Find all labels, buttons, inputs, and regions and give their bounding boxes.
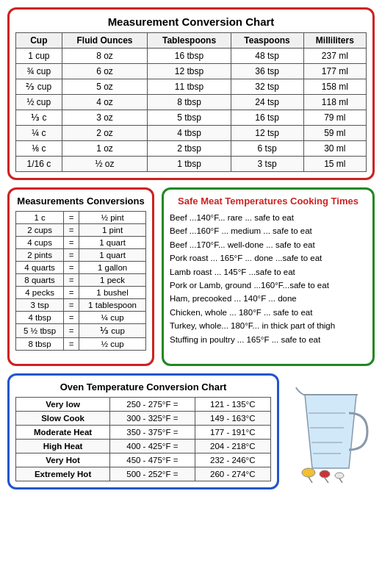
table-cell: 30 ml bbox=[303, 141, 366, 157]
oven-cell: 400 - 425°F = bbox=[110, 440, 195, 453]
conv-cell: 1 quart bbox=[79, 237, 146, 249]
conv-cell: = bbox=[64, 224, 79, 237]
conv-row: 2 pints=1 quart bbox=[16, 249, 146, 262]
oven-cell: 204 - 218°C bbox=[195, 440, 270, 453]
table-cell: 1/16 c bbox=[16, 157, 62, 172]
svg-point-5 bbox=[302, 468, 315, 477]
oven-cell: 450 - 475°F = bbox=[110, 453, 195, 467]
table-cell: 36 tsp bbox=[231, 64, 303, 79]
table-cell: 6 tsp bbox=[231, 141, 303, 157]
bottom-row: Oven Temperature Conversion Chart Very l… bbox=[7, 373, 375, 490]
conv-cell: 1 c bbox=[16, 212, 64, 224]
cup-illustration bbox=[290, 380, 371, 483]
conv-cell: = bbox=[64, 249, 79, 262]
table-cell: ¼ c bbox=[16, 126, 62, 141]
conv-cell: 2 pints bbox=[16, 249, 64, 262]
table-cell: 12 tsp bbox=[231, 126, 303, 141]
table-row: ½ cup4 oz8 tbsp24 tsp118 ml bbox=[16, 95, 367, 110]
middle-left-card: Measurements Conversions 1 c=½ pint2 cup… bbox=[7, 187, 154, 366]
table-row: ¼ c2 oz4 tbsp12 tsp59 ml bbox=[16, 126, 367, 141]
oven-table: Very low250 - 275°F =121 - 135°CSlow Coo… bbox=[15, 397, 271, 481]
table-cell: 32 tsp bbox=[231, 79, 303, 95]
conv-cell: ½ cup bbox=[79, 338, 146, 351]
conv-cell: = bbox=[64, 237, 79, 249]
table-cell: ⅔ cup bbox=[16, 79, 62, 95]
safe-meat-line: Pork or Lamb, ground ...160°F...safe to … bbox=[170, 279, 367, 292]
table-cell: ½ oz bbox=[62, 157, 148, 172]
table-cell: ⅓ c bbox=[16, 110, 62, 126]
safe-meat-content: Beef ...140°F... rare ... safe to eatBee… bbox=[170, 211, 367, 346]
conv-row: 4 cups=1 quart bbox=[16, 237, 146, 249]
table-cell: 2 oz bbox=[62, 126, 148, 141]
table-cell: 4 tbsp bbox=[148, 126, 231, 141]
safe-meat-line: Beef ...170°F... well-done ... safe to e… bbox=[170, 238, 367, 251]
svg-line-10 bbox=[339, 478, 342, 483]
table-cell: 237 ml bbox=[303, 49, 366, 64]
svg-point-7 bbox=[320, 470, 330, 478]
table-cell: 5 oz bbox=[62, 79, 148, 95]
table-cell: 6 oz bbox=[62, 64, 148, 79]
conv-cell: = bbox=[64, 338, 79, 351]
table-header: Cup bbox=[16, 33, 62, 49]
safe-meat-line: Lamb roast ... 145°F ...safe to eat bbox=[170, 265, 367, 279]
conv-cell: = bbox=[64, 312, 79, 324]
conv-cell: ⅓ cup bbox=[79, 324, 146, 338]
top-card-title: Measurement Conversion Chart bbox=[15, 15, 367, 28]
table-cell: 118 ml bbox=[303, 95, 366, 110]
svg-line-8 bbox=[325, 478, 328, 483]
conv-cell: 1 tablespoon bbox=[79, 299, 146, 312]
conv-row: 4 quarts=1 gallon bbox=[16, 262, 146, 274]
table-cell: 158 ml bbox=[303, 79, 366, 95]
table-cell: 177 ml bbox=[303, 64, 366, 79]
table-cell: 1 oz bbox=[62, 141, 148, 157]
table-row: ⅔ cup5 oz11 tbsp32 tsp158 ml bbox=[16, 79, 367, 95]
safe-meat-line: Beef ...140°F... rare ... safe to eat bbox=[170, 211, 367, 224]
middle-left-title: Measurements Conversions bbox=[15, 196, 146, 207]
measurement-conversion-table: CupFluid OuncesTablespoonsTeaspoonsMilli… bbox=[15, 32, 367, 172]
oven-cell: 250 - 275°F = bbox=[110, 398, 195, 412]
conv-cell: 1 quart bbox=[79, 249, 146, 262]
table-cell: 16 tsp bbox=[231, 110, 303, 126]
table-cell: 24 tsp bbox=[231, 95, 303, 110]
conv-cell: = bbox=[64, 324, 79, 338]
oven-title: Oven Temperature Conversion Chart bbox=[15, 381, 271, 392]
oven-row: Very low250 - 275°F =121 - 135°C bbox=[16, 398, 271, 412]
table-cell: ⅛ c bbox=[16, 141, 62, 157]
conv-cell: 1 bushel bbox=[79, 287, 146, 299]
table-cell: 2 tbsp bbox=[148, 141, 231, 157]
conv-row: 8 quarts=1 peck bbox=[16, 274, 146, 287]
table-cell: 3 tsp bbox=[231, 157, 303, 172]
table-row: ⅛ c1 oz2 tbsp6 tsp30 ml bbox=[16, 141, 367, 157]
oven-cell: 232 - 246°C bbox=[195, 453, 270, 467]
conv-cell: = bbox=[64, 299, 79, 312]
table-cell: 4 oz bbox=[62, 95, 148, 110]
table-cell: 59 ml bbox=[303, 126, 366, 141]
table-row: ¾ cup6 oz12 tbsp36 tsp177 ml bbox=[16, 64, 367, 79]
table-cell: 16 tbsp bbox=[148, 49, 231, 64]
table-cell: 11 tbsp bbox=[148, 79, 231, 95]
conv-row: 3 tsp=1 tablespoon bbox=[16, 299, 146, 312]
table-cell: 1 tbsp bbox=[148, 157, 231, 172]
table-cell: 15 ml bbox=[303, 157, 366, 172]
middle-row: Measurements Conversions 1 c=½ pint2 cup… bbox=[7, 187, 375, 366]
oven-cell: Very Hot bbox=[16, 453, 110, 467]
table-cell: ½ cup bbox=[16, 95, 62, 110]
table-row: 1/16 c½ oz1 tbsp3 tsp15 ml bbox=[16, 157, 367, 172]
safe-meat-line: Ham, precooked ... 140°F ... done bbox=[170, 292, 367, 305]
safe-meat-line: Beef ...160°F ... medium ... safe to eat bbox=[170, 224, 367, 237]
conv-row: 4 tbsp=¼ cup bbox=[16, 312, 146, 324]
oven-cell: 500 - 252°F = bbox=[110, 467, 195, 481]
oven-cell: Slow Cook bbox=[16, 412, 110, 426]
table-header: Tablespoons bbox=[148, 33, 231, 49]
table-cell: 79 ml bbox=[303, 110, 366, 126]
table-cell: 48 tsp bbox=[231, 49, 303, 64]
conv-cell: 8 tbsp bbox=[16, 338, 64, 351]
conv-cell: ¼ cup bbox=[79, 312, 146, 324]
conv-row: 4 pecks=1 bushel bbox=[16, 287, 146, 299]
oven-cell: 350 - 375°F = bbox=[110, 426, 195, 440]
conv-cell: 3 tsp bbox=[16, 299, 64, 312]
table-row: ⅓ c3 oz5 tbsp16 tsp79 ml bbox=[16, 110, 367, 126]
svg-line-6 bbox=[309, 477, 312, 483]
conv-cell: = bbox=[64, 212, 79, 224]
conv-row: 5 ½ tbsp=⅓ cup bbox=[16, 324, 146, 338]
